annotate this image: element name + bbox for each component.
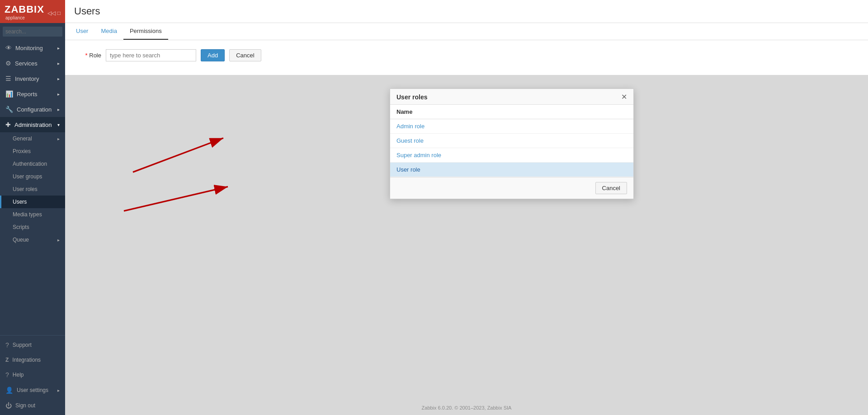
sidebar-subitem-users[interactable]: Users [0,196,65,208]
sidebar-subitem-label: Scripts [13,224,29,230]
sidebar-subitem-label: Users [13,199,27,205]
sidebar-subitem-label: Media types [13,211,42,218]
sidebar-subitem-label: Proxies [13,148,31,154]
sidebar-subitem-proxies[interactable]: Proxies [0,145,65,158]
tab-media[interactable]: Media [94,23,123,40]
sidebar-bottom: ? Support Z Integrations ? Help 👤 User s… [0,335,65,415]
search-input[interactable] [3,27,62,37]
sidebar-subitem-scripts[interactable]: Scripts [0,221,65,233]
sidebar-item-integrations[interactable]: Z Integrations [0,353,65,367]
modal-header: User roles ✕ [390,89,633,105]
sidebar-item-reports[interactable]: 📊 Reports ▸ [0,86,65,102]
chevron-down-icon: ▾ [57,122,60,127]
page-title: Users [74,5,859,17]
role-item-super-admin[interactable]: Super admin role [390,148,633,163]
cancel-form-button[interactable]: Cancel [229,49,261,61]
modal-column-name: Name [390,105,633,119]
chevron-right-icon: ▸ [57,136,60,141]
sidebar-item-label: Sign out [15,402,35,409]
sidebar-item-inventory[interactable]: ☰ Inventory ▸ [0,71,65,86]
sidebar-subitem-label: General [13,135,32,142]
page-content-area: User roles ✕ Name Admin role Guest role … [65,75,868,415]
sidebar-item-administration[interactable]: ✚ Administration ▾ [0,117,65,132]
sidebar-subitem-user-roles[interactable]: User roles [0,183,65,196]
role-form-row: Role Add Cancel [74,49,859,61]
sidebar-subitem-queue[interactable]: Queue ▸ [0,233,65,246]
user-roles-modal: User roles ✕ Name Admin role Guest role … [390,89,634,199]
sidebar-item-support[interactable]: ? Support [0,337,65,353]
sidebar-subitem-authentication[interactable]: Authentication [0,158,65,170]
services-icon: ⚙ [5,60,11,67]
tab-permissions[interactable]: Permissions [123,23,168,40]
sidebar-subitem-label: User roles [13,186,38,192]
expand-icon[interactable]: □ [57,10,61,16]
collapse-icon[interactable]: ◁◁ [47,10,56,16]
sidebar-subitem-user-groups[interactable]: User groups [0,170,65,183]
sidebar-subitem-general[interactable]: General ▸ [0,132,65,145]
app-name: ZABBIX [5,4,44,15]
nav-section: 👁 Monitoring ▸ ⚙ Services ▸ ☰ Inventory … [0,40,65,335]
administration-icon: ✚ [5,121,11,128]
sidebar-item-label: Support [13,342,32,348]
chevron-right-icon: ▸ [57,46,60,51]
sidebar-item-label: Inventory [15,75,39,82]
chevron-right-icon: ▸ [57,92,60,97]
user-settings-icon: 👤 [5,387,13,394]
sidebar-item-label: Services [15,60,38,67]
logo-area: ZABBIX appliance ◁◁ □ [0,0,65,23]
sidebar-subitem-label: User groups [13,173,42,180]
role-input[interactable] [106,49,196,61]
sidebar-item-user-settings[interactable]: 👤 User settings ▸ [0,382,65,398]
role-label: Role [74,52,101,59]
role-item-user[interactable]: User role [390,163,633,177]
sidebar-item-label: Help [13,372,24,378]
sidebar: ZABBIX appliance ◁◁ □ 👁 Monitoring ▸ ⚙ S… [0,0,65,415]
chevron-right-icon: ▸ [57,107,60,112]
sidebar-item-label: Integrations [12,357,41,363]
tab-user[interactable]: User [70,23,94,40]
sidebar-item-label: Configuration [17,106,52,113]
sidebar-item-help[interactable]: ? Help [0,367,65,382]
sidebar-item-monitoring[interactable]: 👁 Monitoring ▸ [0,40,65,56]
sidebar-item-configuration[interactable]: 🔧 Configuration ▸ [0,102,65,117]
sidebar-item-label: User settings [17,387,48,393]
main-content: Users User Media Permissions Role Add Ca… [65,0,868,415]
sidebar-subitem-media-types[interactable]: Media types [0,208,65,221]
modal-overlay: User roles ✕ Name Admin role Guest role … [65,75,868,415]
sign-out-icon: ⏻ [5,402,12,409]
role-item-guest[interactable]: Guest role [390,134,633,148]
modal-body: Name Admin role Guest role Super admin r… [390,105,633,177]
chevron-right-icon: ▸ [57,388,60,393]
modal-cancel-button[interactable]: Cancel [595,182,627,194]
integrations-icon: Z [5,357,9,363]
modal-footer: Cancel [390,177,633,199]
configuration-icon: 🔧 [5,106,13,113]
tabs-bar: User Media Permissions [65,23,868,40]
support-icon: ? [5,341,9,349]
add-button[interactable]: Add [201,49,225,61]
sidebar-subitem-label: Queue [13,237,29,243]
chevron-right-icon: ▸ [57,76,60,81]
sidebar-item-label: Monitoring [15,45,43,51]
sidebar-subitem-label: Authentication [13,161,47,167]
sidebar-item-sign-out[interactable]: ⏻ Sign out [0,398,65,413]
role-item-admin[interactable]: Admin role [390,119,633,134]
chevron-right-icon: ▸ [57,61,60,66]
sidebar-item-label: Administration [14,121,52,128]
app-subtitle: appliance [5,15,44,22]
monitoring-icon: 👁 [5,44,12,51]
form-area: Role Add Cancel [65,40,868,75]
chevron-right-icon: ▸ [57,238,60,242]
help-icon: ? [5,371,9,378]
reports-icon: 📊 [5,90,13,98]
inventory-icon: ☰ [5,75,11,82]
modal-title: User roles [396,93,427,101]
search-box [0,23,65,40]
modal-close-button[interactable]: ✕ [621,93,627,101]
sidebar-item-label: Reports [17,91,38,98]
page-header: Users [65,0,868,23]
sidebar-item-services[interactable]: ⚙ Services ▸ [0,56,65,71]
